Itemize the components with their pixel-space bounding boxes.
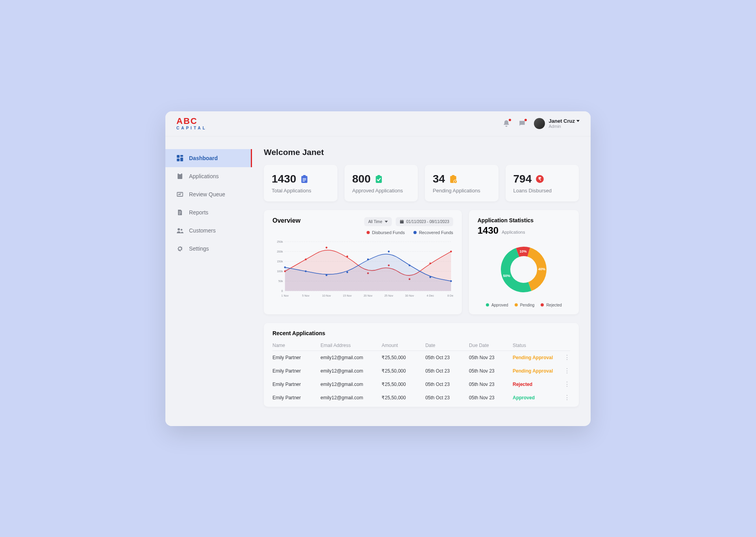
svg-point-8: [181, 229, 183, 231]
date-range-picker[interactable]: 01/11/2023 - 08/11/2023: [396, 217, 453, 226]
svg-text:250k: 250k: [277, 240, 283, 243]
cell-name: Emily Partner: [272, 395, 321, 400]
brand-line2: CAPITAL: [176, 126, 207, 130]
row-more-button[interactable]: ⋮: [561, 381, 570, 388]
svg-text:15 Nov: 15 Nov: [343, 294, 352, 297]
donut-chart: 10%40%50%: [478, 240, 570, 299]
sidebar: Dashboard Applications Review Queue Repo…: [165, 137, 252, 426]
cell-amount: ₹25,50,000: [382, 395, 425, 400]
cell-amount: ₹25,50,000: [382, 368, 425, 374]
donut-legend-item: Pending: [515, 303, 535, 307]
svg-rect-11: [376, 176, 382, 183]
svg-text:25 Nov: 25 Nov: [384, 294, 393, 297]
row-more-button[interactable]: ⋮: [561, 368, 570, 374]
cell-status: Pending Approval: [513, 368, 561, 374]
svg-text:50k: 50k: [278, 280, 283, 282]
svg-rect-3: [177, 159, 180, 161]
svg-rect-19: [400, 220, 404, 221]
svg-point-51: [450, 251, 452, 253]
svg-text:5 Nov: 5 Nov: [302, 294, 309, 297]
sidebar-item-customers[interactable]: Customers: [165, 221, 252, 240]
messages-button[interactable]: [518, 120, 526, 127]
user-text: Janet Cruz Admin: [549, 118, 580, 129]
brand-line1: ABC: [176, 117, 207, 125]
sidebar-item-review-queue[interactable]: Review Queue: [165, 185, 252, 203]
header-right: Janet Cruz Admin: [502, 118, 580, 129]
svg-text:₹: ₹: [538, 176, 541, 182]
row-more-button[interactable]: ⋮: [561, 395, 570, 401]
avatar: [534, 118, 545, 129]
table-row: Emily Partner emily12@gmail.com ₹25,50,0…: [272, 351, 570, 364]
notification-dot: [509, 119, 511, 121]
svg-rect-2: [180, 157, 183, 161]
svg-point-7: [178, 228, 180, 231]
svg-rect-5: [179, 173, 181, 174]
sidebar-item-label: Customers: [189, 227, 216, 234]
stat-label: Pending Applications: [433, 188, 491, 194]
donut-legend-item: Approved: [486, 303, 508, 307]
app-stats-label: Applications: [502, 230, 525, 234]
svg-point-59: [429, 276, 431, 278]
sidebar-item-dashboard[interactable]: Dashboard: [165, 149, 252, 167]
svg-rect-12: [378, 175, 380, 177]
cell-amount: ₹25,50,000: [382, 355, 425, 360]
svg-text:0: 0: [282, 290, 283, 292]
svg-text:20 Nov: 20 Nov: [363, 294, 372, 297]
stat-total-applications: 1430 Total Applications: [264, 165, 337, 201]
user-menu[interactable]: Janet Cruz Admin: [534, 118, 580, 129]
table-row: Emily Partner emily12@gmail.com ₹25,50,0…: [272, 391, 570, 404]
rupee-icon: ₹: [536, 175, 544, 183]
svg-text:10 Nov: 10 Nov: [322, 294, 331, 297]
cell-amount: ₹25,50,000: [382, 382, 425, 387]
donut-legend-item: Rejected: [541, 303, 561, 307]
sidebar-item-label: Applications: [189, 173, 219, 179]
stat-value: 800: [352, 173, 371, 185]
th-name: Name: [272, 343, 321, 348]
svg-text:40%: 40%: [538, 267, 545, 271]
svg-point-60: [450, 280, 452, 282]
recent-table: Name Email Address Amount Date Due Date …: [272, 340, 570, 404]
svg-text:150k: 150k: [277, 260, 283, 263]
app-stats-title: Application Statistics: [478, 217, 570, 223]
time-filter-dropdown[interactable]: All Time: [364, 217, 392, 226]
sidebar-item-label: Dashboard: [189, 155, 218, 161]
cell-date: 05th Oct 23: [425, 395, 469, 400]
th-email: Email Address: [321, 343, 382, 348]
check-clipboard-icon: [374, 175, 383, 183]
legend-label: Recovered Funds: [419, 230, 453, 235]
table-row: Emily Partner emily12@gmail.com ₹25,50,0…: [272, 378, 570, 391]
legend-recovered: Recovered Funds: [413, 230, 453, 235]
row-more-button[interactable]: ⋮: [561, 354, 570, 361]
cell-email: emily12@gmail.com: [321, 368, 382, 374]
review-icon: [176, 191, 183, 198]
message-dot: [524, 119, 527, 121]
th-due: Due Date: [469, 343, 513, 348]
svg-rect-1: [180, 155, 183, 157]
svg-text:10%: 10%: [520, 249, 527, 253]
notifications-button[interactable]: [502, 120, 510, 127]
app-stats-card: Application Statistics 1430 Applications…: [469, 210, 579, 314]
stat-label: Total Applications: [272, 188, 330, 194]
svg-point-44: [305, 258, 307, 260]
svg-text:50%: 50%: [503, 273, 510, 277]
svg-point-52: [284, 266, 286, 268]
svg-rect-20: [401, 220, 401, 220]
clipboard-icon: [176, 173, 183, 180]
sidebar-item-reports[interactable]: Reports: [165, 203, 252, 221]
stat-value: 794: [513, 173, 532, 185]
date-range-label: 01/11/2023 - 08/11/2023: [406, 220, 449, 224]
svg-text:100k: 100k: [277, 270, 283, 273]
cell-date: 05th Oct 23: [425, 355, 469, 360]
svg-rect-21: [402, 220, 403, 220]
cell-status: Pending Approval: [513, 355, 561, 360]
cell-due: 05th Nov 23: [469, 382, 513, 387]
cell-status: Approved: [513, 395, 561, 400]
clipboard-icon: [300, 175, 309, 183]
cell-date: 05th Oct 23: [425, 368, 469, 374]
cell-email: emily12@gmail.com: [321, 382, 382, 387]
svg-point-57: [388, 251, 390, 253]
overview-card: Overview All Time 01/11/2023 - 08/11/202…: [264, 210, 462, 314]
sidebar-item-settings[interactable]: Settings: [165, 240, 252, 258]
cell-date: 05th Oct 23: [425, 382, 469, 387]
sidebar-item-applications[interactable]: Applications: [165, 167, 252, 185]
